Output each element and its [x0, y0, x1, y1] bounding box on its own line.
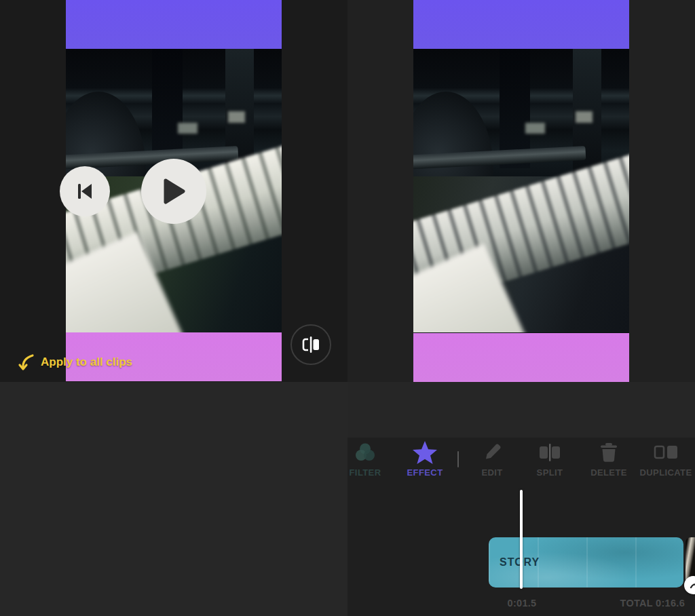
toolbar-split[interactable]: SPLIT [521, 439, 579, 489]
compare-icon [300, 334, 322, 355]
toolbar-filter[interactable]: FILTER [348, 439, 394, 489]
preview-area-right [348, 0, 695, 382]
filter-screen: Apply to all clips [0, 0, 348, 616]
toolbar-label: FILTER [350, 467, 381, 478]
toolbar-label: EDIT [481, 467, 502, 478]
skip-to-start-icon [75, 181, 95, 201]
curved-arrow-down-left-icon [18, 351, 35, 373]
duplicate-icon [653, 440, 679, 465]
toolbar-edit[interactable]: EDIT [463, 439, 521, 489]
bottom-color-bar [413, 333, 629, 382]
playback-bar [348, 382, 695, 438]
apply-to-all-callout: Apply to all clips [18, 351, 132, 373]
video-still [413, 49, 629, 332]
toolbar-label: DUPLICATE [639, 467, 692, 478]
playhead[interactable] [520, 490, 523, 589]
toolbar-label: EFFECT [407, 467, 443, 478]
compare-button[interactable] [290, 324, 331, 365]
preview-area-left: Apply to all clips [0, 0, 348, 382]
trash-icon [599, 440, 619, 465]
split-icon [538, 440, 562, 465]
play-icon [161, 177, 187, 206]
trim-handle-icon [689, 581, 695, 590]
top-color-bar [66, 0, 282, 49]
timeline-screen: FILTER EFFECT EDIT [348, 0, 695, 616]
toolbar-label: SPLIT [537, 467, 563, 478]
top-color-bar [413, 0, 629, 49]
clip-trim-handle[interactable] [684, 576, 695, 594]
video-preview[interactable] [413, 0, 629, 382]
toolbar-label: DELETE [590, 467, 627, 478]
effect-star-icon [412, 440, 438, 465]
toolbar-divider [457, 451, 459, 467]
skip-to-start-button[interactable] [60, 166, 110, 216]
timeline-clip-story[interactable]: STORY [489, 537, 683, 588]
toolbar-duplicate[interactable]: DUPLICATE [637, 439, 695, 489]
current-time: 0:01.5 [495, 598, 549, 609]
filter-panel: Filter Adjust 100 ORIGINAL [0, 382, 348, 616]
clip-toolbar: FILTER EFFECT EDIT [348, 438, 695, 492]
filter-icon [353, 440, 377, 465]
video-editor-comparison: Apply to all clips [0, 0, 695, 616]
play-button-overlay[interactable] [141, 159, 206, 224]
apply-to-all-label: Apply to all clips [41, 355, 132, 369]
toolbar-effect[interactable]: EFFECT [396, 439, 454, 489]
toolbar-delete[interactable]: DELETE [580, 439, 638, 489]
total-time: TOTAL 0:16.6 [620, 598, 685, 609]
pencil-icon [482, 440, 502, 465]
